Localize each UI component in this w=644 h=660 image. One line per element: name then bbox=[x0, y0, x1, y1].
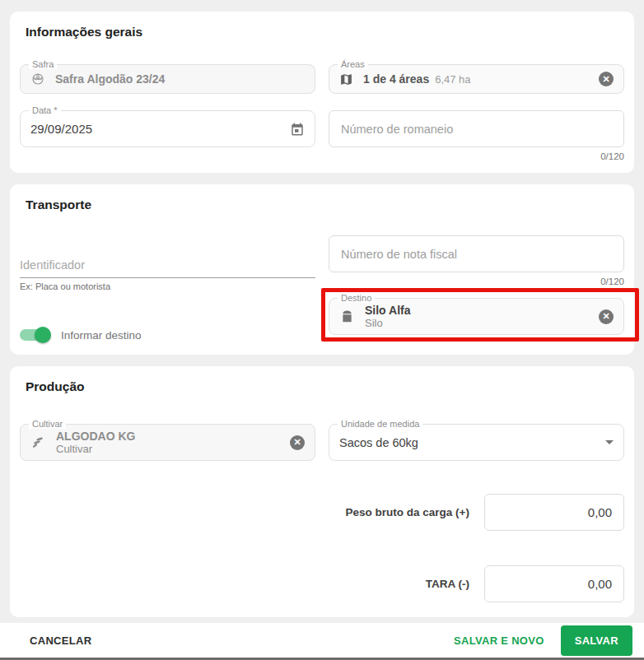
cultivar-field[interactable]: Cultivar ALGODAO KG Cultivar ✕ bbox=[20, 424, 315, 461]
areas-field-label: Áreas bbox=[338, 59, 368, 69]
chevron-down-icon bbox=[605, 440, 614, 444]
footer-action-bar: CANCELAR SALVAR E NOVO SALVAR bbox=[0, 623, 644, 658]
calendar-icon[interactable] bbox=[290, 122, 305, 137]
section-title-production: Produção bbox=[26, 379, 624, 394]
silo-icon bbox=[339, 309, 355, 324]
save-and-new-button[interactable]: SALVAR E NOVO bbox=[449, 628, 549, 653]
section-title-general: Informações gerais bbox=[26, 25, 624, 40]
areas-detail: 6,47 ha bbox=[435, 73, 470, 86]
clear-destino-icon[interactable]: ✕ bbox=[599, 309, 614, 324]
cultivar-value: ALGODAO KG bbox=[56, 430, 135, 443]
destino-field-label: Destino bbox=[338, 293, 375, 303]
safra-value: Safra Algodão 23/24 bbox=[55, 72, 165, 86]
card-production: Produção Cultivar ALGODAO KG Cultivar ✕ bbox=[10, 366, 634, 617]
safra-field-label: Safra bbox=[29, 59, 57, 69]
areas-field[interactable]: Áreas 1 de 4 áreas 6,47 ha ✕ bbox=[329, 64, 624, 94]
card-general-info: Informações gerais Safra Safra Algodão 2… bbox=[10, 12, 634, 173]
tara-label: TARA (-) bbox=[426, 578, 469, 590]
identificador-input[interactable] bbox=[20, 253, 315, 278]
unidade-value: Sacos de 60kg bbox=[339, 436, 418, 449]
date-value: 29/09/2025 bbox=[30, 122, 92, 136]
unidade-select[interactable]: Unidade de medida Sacos de 60kg bbox=[329, 424, 624, 461]
safra-field[interactable]: Safra Safra Algodão 23/24 bbox=[20, 64, 315, 94]
clear-areas-icon[interactable]: ✕ bbox=[599, 72, 614, 86]
cultivar-field-label: Cultivar bbox=[29, 419, 66, 429]
section-title-transport: Transporte bbox=[26, 198, 624, 212]
cotton-icon bbox=[30, 72, 45, 86]
identificador-helper: Ex: Placa ou motorista bbox=[20, 281, 315, 291]
destino-subtitle: Silo bbox=[365, 317, 411, 329]
unidade-select-label: Unidade de medida bbox=[338, 419, 422, 429]
peso-bruto-input[interactable] bbox=[484, 494, 624, 531]
areas-value: 1 de 4 áreas bbox=[363, 72, 429, 86]
nota-fiscal-counter: 0/120 bbox=[329, 277, 624, 286]
save-button[interactable]: SALVAR bbox=[561, 625, 632, 656]
destino-value: Silo Alfa bbox=[365, 304, 411, 317]
peso-bruto-label: Peso bruto da carga (+) bbox=[346, 506, 469, 518]
tara-input[interactable] bbox=[484, 565, 624, 602]
seeds-icon bbox=[30, 435, 46, 450]
clear-cultivar-icon[interactable]: ✕ bbox=[290, 435, 305, 450]
destino-field[interactable]: Destino Silo Alfa Silo ✕ bbox=[329, 298, 624, 335]
card-transport: Transporte Ex: Placa ou motorista Inform… bbox=[10, 184, 634, 355]
romaneio-counter: 0/120 bbox=[329, 151, 624, 161]
cultivar-subtitle: Cultivar bbox=[56, 443, 135, 455]
nota-fiscal-input[interactable] bbox=[329, 235, 624, 272]
informar-destino-toggle[interactable] bbox=[20, 327, 51, 343]
map-icon bbox=[339, 72, 353, 86]
date-field-label: Data * bbox=[29, 105, 61, 115]
date-field[interactable]: Data * 29/09/2025 bbox=[20, 110, 315, 147]
cancel-button[interactable]: CANCELAR bbox=[25, 628, 96, 653]
romaneio-input[interactable] bbox=[329, 110, 624, 147]
informar-destino-label: Informar destino bbox=[61, 329, 142, 342]
